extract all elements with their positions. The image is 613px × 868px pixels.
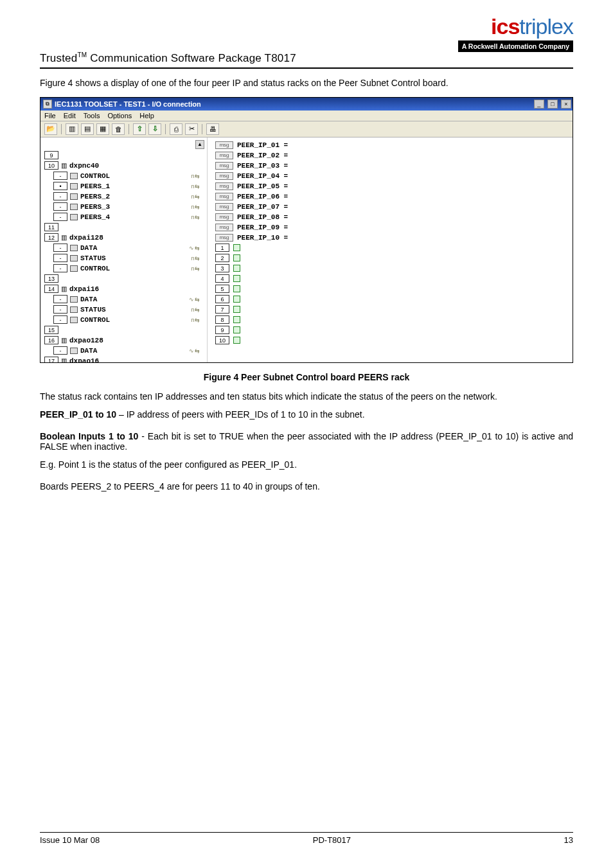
rack-icon: [70, 193, 78, 200]
status-row[interactable]: 2: [215, 253, 570, 263]
rack-icon: [70, 306, 78, 313]
tree-label: PEERS_2: [80, 193, 110, 200]
rack-icon: [70, 255, 78, 261]
tree-row[interactable]: 12▥dxpai128: [44, 233, 204, 243]
maximize-button[interactable]: □: [547, 100, 558, 109]
status-slot-number: 10: [215, 336, 229, 344]
peer-ip-row[interactable]: msgPEER_IP_02 =: [215, 150, 570, 161]
footer-page: 13: [564, 835, 573, 845]
tree-row[interactable]: -PEERS_4n ⇆: [44, 212, 204, 222]
tree-label: dxpnc40: [69, 162, 99, 170]
peer-ip-row[interactable]: msgPEER_IP_04 =: [215, 171, 570, 181]
tree-label: PEERS_1: [80, 182, 110, 190]
io-badge: ∿ ⇆: [189, 245, 199, 251]
module-icon: ▥: [61, 337, 67, 344]
footer-docid: PD-T8017: [313, 835, 351, 845]
tree-row[interactable]: -STATUSn ⇆: [44, 305, 204, 315]
toolbar-icon-3[interactable]: ▦: [96, 123, 109, 135]
tree-row[interactable]: -DATA∿ ⇆: [44, 346, 204, 356]
slot-number: -: [53, 264, 67, 272]
tree-label: DATA: [80, 347, 97, 355]
tree-row[interactable]: 15: [44, 325, 204, 335]
menu-edit[interactable]: Edit: [64, 112, 76, 120]
tree-row[interactable]: 17▥dxpao16: [44, 356, 204, 362]
menu-file[interactable]: File: [44, 112, 56, 120]
toolbar-icon-1[interactable]: ▥: [66, 123, 78, 135]
module-icon: ▥: [61, 285, 67, 292]
peer-ip-row[interactable]: msgPEER_IP_08 =: [215, 212, 570, 222]
rack-icon: [70, 183, 78, 190]
tree-row[interactable]: -CONTROLn ⇆: [44, 171, 204, 181]
boolean-indicator-icon: [233, 306, 240, 313]
logo-ics: ics: [491, 14, 519, 39]
status-row[interactable]: 8: [215, 315, 570, 325]
close-button[interactable]: ×: [561, 100, 571, 109]
msg-icon: msg: [215, 141, 233, 149]
slot-number: -: [53, 305, 67, 314]
tree-row[interactable]: -DATA∿ ⇆: [44, 243, 204, 253]
msg-icon: msg: [215, 182, 233, 190]
tree-label: dxpai16: [69, 285, 99, 293]
tree-row[interactable]: -CONTROLn ⇆: [44, 263, 204, 274]
toolbar-icon-4[interactable]: ⎙: [170, 123, 182, 135]
peer-ip-row[interactable]: msgPEER_IP_07 =: [215, 202, 570, 212]
io-badge: n ⇆: [191, 265, 199, 272]
minimize-button[interactable]: _: [534, 100, 544, 109]
status-row[interactable]: 9: [215, 325, 570, 335]
tree-row[interactable]: 9: [44, 150, 204, 161]
tree-row[interactable]: 13: [44, 274, 204, 284]
status-row[interactable]: 7: [215, 305, 570, 315]
tree-row[interactable]: 10▥dxpnc40: [44, 161, 204, 171]
slot-number: 12: [44, 233, 58, 242]
status-row[interactable]: 3: [215, 263, 570, 274]
slot-number: -: [53, 315, 67, 324]
slot-number: -: [53, 202, 67, 211]
toolbar-sep: [61, 124, 62, 134]
slot-number: -: [53, 346, 67, 355]
tree-row[interactable]: 14▥dxpai16: [44, 284, 204, 294]
toolbar-delete-icon[interactable]: 🗑: [112, 123, 125, 135]
menu-help[interactable]: Help: [139, 112, 154, 120]
io-badge: n ⇆: [191, 204, 199, 210]
tree-row[interactable]: -CONTROLn ⇆: [44, 315, 204, 325]
tree-row[interactable]: -STATUSn ⇆: [44, 253, 204, 263]
toolbar-cut-icon[interactable]: ✂: [185, 123, 198, 135]
toolbar-up-icon[interactable]: [133, 123, 146, 135]
toolbar-icon-2[interactable]: ▤: [81, 123, 94, 135]
tree-row[interactable]: •PEERS_1n ⇆: [44, 181, 204, 191]
peer-ip-row[interactable]: msgPEER_IP_05 =: [215, 181, 570, 191]
peer-ip-label: PEER_IP_07 =: [237, 203, 288, 211]
peer-ip-row[interactable]: msgPEER_IP_01 =: [215, 140, 570, 150]
tree-row[interactable]: -DATA∿ ⇆: [44, 294, 204, 305]
scroll-up-icon[interactable]: ▲: [195, 140, 204, 149]
tree-row[interactable]: -PEERS_3n ⇆: [44, 202, 204, 212]
tree-row[interactable]: -PEERS_2n ⇆: [44, 191, 204, 202]
tree-row[interactable]: 11: [44, 222, 204, 233]
tree-row[interactable]: 16▥dxpao128: [44, 335, 204, 346]
menu-tools[interactable]: Tools: [84, 112, 100, 120]
tree-label: PEERS_3: [80, 203, 110, 211]
status-slot-number: 2: [215, 254, 229, 262]
toolbar-print-icon[interactable]: 🖶: [206, 123, 219, 135]
peer-ip-row[interactable]: msgPEER_IP_06 =: [215, 191, 570, 202]
status-slot-number: 1: [215, 244, 229, 252]
rack-icon: [70, 245, 78, 251]
intro-paragraph: Figure 4 shows a display of one of the f…: [40, 78, 573, 88]
peer-ip-row[interactable]: msgPEER_IP_10 =: [215, 233, 570, 243]
app-window: ⧉ IEC1131 TOOLSET - TEST1 - I/O connecti…: [40, 97, 573, 363]
status-row[interactable]: 4: [215, 274, 570, 284]
toolbar-down-icon[interactable]: [148, 123, 161, 135]
boolean-indicator-icon: [233, 254, 240, 261]
status-row[interactable]: 10: [215, 335, 570, 346]
slot-number: -: [53, 172, 67, 180]
status-row[interactable]: 6: [215, 294, 570, 305]
tree-label: dxpao16: [69, 357, 99, 362]
peer-ip-row[interactable]: msgPEER_IP_09 =: [215, 222, 570, 233]
msg-icon: msg: [215, 162, 233, 170]
menu-options[interactable]: Options: [107, 112, 132, 120]
status-row[interactable]: 5: [215, 284, 570, 294]
toolbar-open-icon[interactable]: 📂: [44, 123, 57, 135]
peer-ip-row[interactable]: msgPEER_IP_03 =: [215, 161, 570, 171]
status-row[interactable]: 1: [215, 243, 570, 253]
boolean-indicator-icon: [233, 337, 240, 344]
